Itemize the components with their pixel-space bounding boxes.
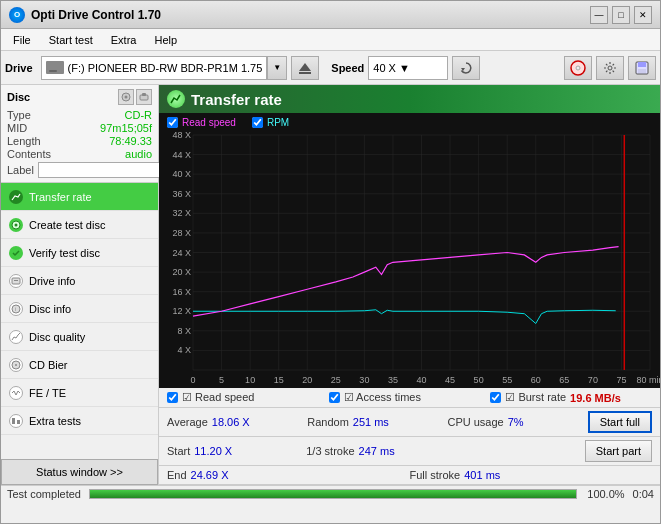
disc-label-input[interactable] [38, 162, 171, 178]
progress-bar-container [89, 489, 577, 499]
app-title: Opti Drive Control 1.70 [31, 8, 161, 22]
disc-length-label: Length [7, 135, 41, 147]
sidebar-item-verify-test-disc[interactable]: Verify test disc [1, 239, 158, 267]
stats-row-2: Average 18.06 X Random 251 ms CPU usage … [159, 408, 660, 437]
drive-icon [46, 61, 64, 74]
stroke13-stat-group: 1/3 stroke 247 ms [306, 445, 445, 457]
progress-text: 100.0% [585, 488, 625, 500]
average-value: 18.06 X [212, 416, 250, 428]
chart-legend: Read speed RPM [159, 113, 660, 131]
chart-icon [167, 90, 185, 108]
menu-help[interactable]: Help [146, 30, 185, 50]
menu-file[interactable]: File [5, 30, 39, 50]
start-full-button[interactable]: Start full [588, 411, 652, 433]
sidebar-item-verify-test-disc-label: Verify test disc [29, 247, 100, 259]
status-time: 0:04 [633, 488, 654, 500]
disc-row-length: Length 78:49.33 [7, 135, 152, 147]
start-value: 11.20 X [194, 445, 232, 457]
save-button[interactable] [628, 56, 656, 80]
stats-row-4: End 24.69 X Full stroke 401 ms [159, 466, 660, 485]
refresh-button[interactable] [452, 56, 480, 80]
svg-text:i: i [15, 306, 16, 312]
burst-rate-stat-label: ☑ Burst rate [505, 391, 566, 404]
svg-point-5 [608, 66, 612, 70]
disc-button[interactable] [564, 56, 592, 80]
content-area: Transfer rate Read speed RPM ☑ Read spe [159, 85, 660, 485]
svg-rect-1 [299, 72, 311, 74]
read-speed-stat-label: ☑ Read speed [182, 391, 254, 404]
sidebar-item-extra-tests-label: Extra tests [29, 415, 81, 427]
end-label: End [167, 469, 187, 481]
chart-footer: ☑ Read speed ☑ Access times ☑ Burst rate… [159, 388, 660, 485]
full-stroke-label: Full stroke [410, 469, 461, 481]
sidebar-item-create-test-disc-label: Create test disc [29, 219, 105, 231]
access-times-stat-group: ☑ Access times [329, 391, 491, 404]
speed-value: 40 X ▼ [373, 62, 410, 74]
sidebar-item-disc-quality[interactable]: Disc quality [1, 323, 158, 351]
sidebar-item-fe-te[interactable]: FE / TE [1, 379, 158, 407]
menu-extra[interactable]: Extra [103, 30, 145, 50]
read-speed-stat-group: ☑ Read speed [167, 391, 329, 404]
end-stat-group: End 24.69 X [167, 469, 410, 481]
drive-dropdown-button[interactable]: ▼ [267, 56, 287, 80]
main-area: Disc Type CD-R MID 97m15;05f L [1, 85, 660, 485]
svg-rect-21 [12, 418, 15, 424]
svg-point-4 [576, 66, 580, 70]
menubar: File Start test Extra Help [1, 29, 660, 51]
chart-title: Transfer rate [191, 91, 282, 108]
start-part-button[interactable]: Start part [585, 440, 652, 462]
maximize-button[interactable]: □ [612, 6, 630, 24]
disc-icon-btn-2[interactable] [136, 89, 152, 105]
sidebar-item-disc-info[interactable]: i Disc info [1, 295, 158, 323]
speed-selector[interactable]: 40 X ▼ [368, 56, 448, 80]
progress-bar-fill [90, 490, 576, 498]
sidebar-item-cd-bier[interactable]: CD Bier [1, 351, 158, 379]
status-window-button[interactable]: Status window >> [1, 459, 158, 485]
svg-point-14 [15, 223, 18, 226]
app-icon: O [9, 7, 25, 23]
legend-rpm-label: RPM [267, 117, 289, 128]
access-times-stat-checkbox[interactable] [329, 392, 340, 403]
disc-contents-label: Contents [7, 148, 51, 160]
disc-row-contents: Contents audio [7, 148, 152, 160]
disc-mid-value: 97m15;05f [100, 122, 152, 134]
drive-info-icon [9, 274, 23, 288]
disc-panel: Disc Type CD-R MID 97m15;05f L [1, 85, 158, 183]
disc-mid-label: MID [7, 122, 27, 134]
svg-marker-0 [299, 63, 311, 71]
cpu-stat-group: CPU usage 7% [447, 416, 587, 428]
disc-row-type: Type CD-R [7, 109, 152, 121]
average-label: Average [167, 416, 208, 428]
read-speed-checkbox[interactable] [167, 117, 178, 128]
disc-length-value: 78:49.33 [109, 135, 152, 147]
sidebar-item-transfer-rate[interactable]: Transfer rate [1, 183, 158, 211]
titlebar: O Opti Drive Control 1.70 — □ ✕ [1, 1, 660, 29]
disc-row-mid: MID 97m15;05f [7, 122, 152, 134]
sidebar-item-drive-info-label: Drive info [29, 275, 75, 287]
svg-rect-12 [142, 93, 146, 96]
minimize-button[interactable]: — [590, 6, 608, 24]
sidebar-item-extra-tests[interactable]: Extra tests [1, 407, 158, 435]
drive-selector[interactable]: (F:) PIONEER BD-RW BDR-PR1M 1.75 [41, 56, 268, 80]
status-text: Test completed [7, 488, 81, 500]
sidebar: Disc Type CD-R MID 97m15;05f L [1, 85, 159, 485]
stats-row-1: ☑ Read speed ☑ Access times ☑ Burst rate… [159, 388, 660, 408]
read-speed-stat-checkbox[interactable] [167, 392, 178, 403]
drive-label: Drive [5, 62, 33, 74]
transfer-rate-icon [9, 190, 23, 204]
rpm-checkbox[interactable] [252, 117, 263, 128]
average-stat-group: Average 18.06 X [167, 416, 307, 428]
menu-start-test[interactable]: Start test [41, 30, 101, 50]
close-button[interactable]: ✕ [634, 6, 652, 24]
svg-point-20 [15, 364, 17, 366]
sidebar-item-drive-info[interactable]: Drive info [1, 267, 158, 295]
sidebar-item-create-test-disc[interactable]: Create test disc [1, 211, 158, 239]
settings-button[interactable] [596, 56, 624, 80]
disc-label-label: Label [7, 164, 34, 176]
sidebar-item-transfer-rate-label: Transfer rate [29, 191, 92, 203]
burst-rate-stat-checkbox[interactable] [490, 392, 501, 403]
start-stat-group: Start 11.20 X [167, 445, 306, 457]
eject-button[interactable] [291, 56, 319, 80]
svg-rect-7 [638, 62, 646, 67]
disc-icon-btn-1[interactable] [118, 89, 134, 105]
